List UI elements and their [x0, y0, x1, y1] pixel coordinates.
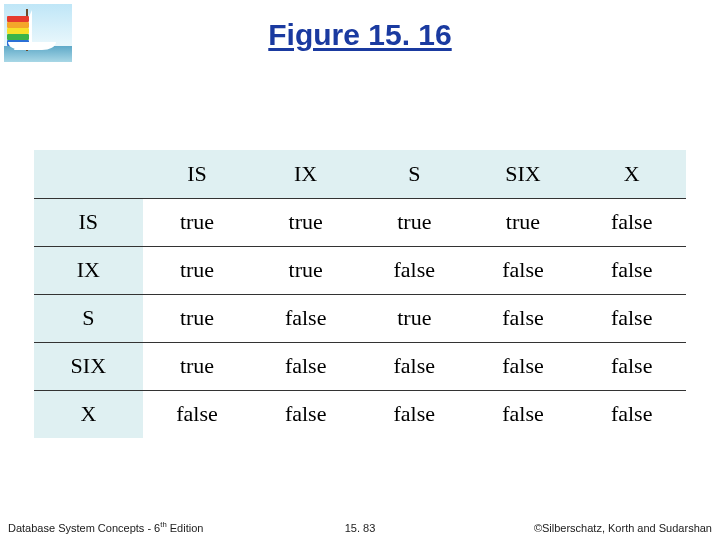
row-header: S [34, 294, 143, 342]
cell: true [143, 294, 252, 342]
row-header: SIX [34, 342, 143, 390]
cell: true [469, 198, 578, 246]
cell: true [143, 246, 252, 294]
cell: true [251, 198, 360, 246]
cell: true [360, 294, 469, 342]
cell: true [251, 246, 360, 294]
col-header: S [360, 150, 469, 198]
compatibility-table: IS IX S SIX X IS true true true true fal… [34, 150, 686, 438]
cell: false [577, 342, 686, 390]
slide-footer: Database System Concepts - 6th Edition 1… [8, 516, 712, 534]
cell: false [469, 246, 578, 294]
table-header-row: IS IX S SIX X [34, 150, 686, 198]
cell: false [577, 294, 686, 342]
cell: false [469, 294, 578, 342]
col-header: SIX [469, 150, 578, 198]
cell: false [469, 390, 578, 438]
col-header: IS [143, 150, 252, 198]
table-row: IX true true false false false [34, 246, 686, 294]
cell: true [143, 342, 252, 390]
cell: false [360, 390, 469, 438]
footer-right: ©Silberschatz, Korth and Sudarshan [534, 522, 712, 534]
lock-compat-matrix: IS IX S SIX X IS true true true true fal… [34, 150, 686, 438]
row-header: X [34, 390, 143, 438]
cell: false [251, 294, 360, 342]
row-header: IX [34, 246, 143, 294]
col-header: X [577, 150, 686, 198]
cell: false [360, 246, 469, 294]
cell: false [251, 390, 360, 438]
table-row: X false false false false false [34, 390, 686, 438]
cell: false [577, 246, 686, 294]
cell: false [251, 342, 360, 390]
table-row: IS true true true true false [34, 198, 686, 246]
cell: true [143, 198, 252, 246]
col-header: IX [251, 150, 360, 198]
cell: false [577, 198, 686, 246]
cell: false [577, 390, 686, 438]
cell: false [469, 342, 578, 390]
slide: Figure 15. 16 IS IX S SIX X IS true true… [0, 0, 720, 540]
row-header: IS [34, 198, 143, 246]
cell: false [360, 342, 469, 390]
table-row: SIX true false false false false [34, 342, 686, 390]
cell: false [143, 390, 252, 438]
cell: true [360, 198, 469, 246]
table-row: S true false true false false [34, 294, 686, 342]
page-title: Figure 15. 16 [0, 18, 720, 52]
table-corner [34, 150, 143, 198]
